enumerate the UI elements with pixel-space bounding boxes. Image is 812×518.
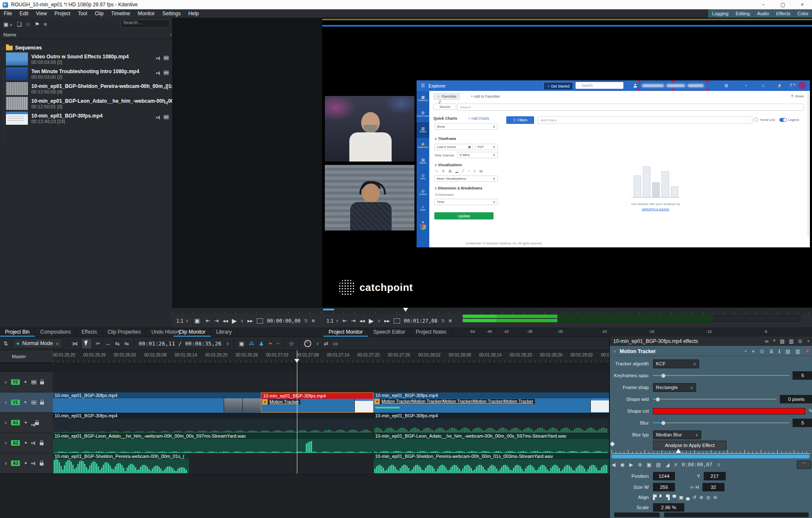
keyframes-icon[interactable]: ◔ [744, 349, 747, 354]
legend-toggle[interactable] [779, 118, 787, 122]
timeline-audio-clip[interactable]: 10-min_ep01_BGP-Leon_Adato__he_him_-webc… [53, 433, 373, 453]
dimension-breakdowns-heading[interactable]: ∨ Dimension & Breakdowns [434, 186, 482, 190]
next-keyframe-icon[interactable]: ▶ [629, 462, 633, 467]
workspace-logging[interactable]: Logging [708, 9, 732, 18]
position-y-input[interactable]: 217 [704, 472, 726, 480]
align-top-icon[interactable]: ▀ [672, 495, 676, 500]
menu-help[interactable]: Help [184, 11, 203, 16]
bin-clip-row[interactable]: 10-min_ep01_BGP-Leon_Adato__he_him_-webc… [0, 96, 172, 111]
fit-zoom-icon[interactable]: ↺ [692, 495, 696, 500]
maximize-button[interactable]: ▢ [773, 0, 793, 9]
project-monitor-timecode[interactable]: 00:01:27,08 [404, 318, 437, 324]
track-lane-v1[interactable]: 10-min_ep01_BGP-30fps.mp4 10-min_ep01_BG… [53, 392, 609, 413]
info-icon[interactable]: ℹ [779, 349, 781, 354]
tab-effects[interactable]: Effects [77, 328, 102, 337]
rewind-icon[interactable]: ◂◂ [359, 318, 365, 323]
align-hcenter-icon[interactable]: ▘ [659, 495, 663, 500]
get-started-button[interactable]: ☆Get Started [543, 82, 573, 90]
sigma-icon[interactable]: Σ [474, 169, 476, 173]
play-icon[interactable]: ▶ [232, 318, 237, 324]
track-effects-icon[interactable]: ✦ [24, 460, 27, 466]
chart-select[interactable]: None∨ [434, 123, 498, 130]
color-picker-icon[interactable]: ✎ [809, 408, 812, 414]
frame-shape-select[interactable]: Rectangle∨ [653, 383, 696, 392]
timeline-audio-clip[interactable]: 10-min_ep01_BGP-Sheldon_Pereira-webcam-0… [373, 453, 609, 474]
rewind-icon[interactable]: ◂◂ [222, 318, 228, 323]
save-preset-icon[interactable]: ▤ [785, 349, 790, 354]
smooth-chart-icon[interactable]: ≋ [442, 169, 445, 173]
clip-monitor-menu-icon[interactable]: ≡ [312, 318, 315, 323]
workspace-color[interactable]: Color [794, 9, 812, 18]
project-monitor-menu-icon[interactable]: ≡ [449, 318, 452, 323]
explorer-nav-contacts[interactable]: ◎Contacts [417, 185, 429, 200]
set-out-point-icon[interactable]: ⇥ [214, 318, 219, 323]
scale-input[interactable]: 2.96 % [653, 503, 684, 512]
video-track-icon[interactable] [31, 380, 36, 384]
timeline-audio-clip[interactable]: 10-min_ep01_BGP-Leon_Adato__he_him_-webc… [373, 433, 609, 453]
shape-color-swatch[interactable] [653, 408, 805, 414]
menu-file[interactable]: File [0, 11, 16, 16]
menu-view[interactable]: View [32, 11, 51, 16]
tags-icon[interactable]: ⚑ [35, 22, 40, 27]
bin-clip-row[interactable]: 10-min_ep01_BGP-30fps.mp400:12:49;23 [23… [0, 111, 172, 126]
add-filters-input[interactable]: Add Filters [538, 116, 752, 124]
remove-space-icon[interactable]: ●● [269, 342, 272, 345]
pie-chart-icon[interactable]: ◔ [468, 169, 470, 173]
tab-project-monitor[interactable]: Project Monitor [324, 328, 368, 337]
star-icon[interactable]: ☆ [761, 84, 765, 88]
position-x-input[interactable]: 1244 [653, 472, 675, 480]
track-lane-a2[interactable]: 10-min_ep01_BGP-Leon_Adato__he_him_-webc… [53, 433, 609, 454]
timer-icon[interactable]: ◔ [807, 339, 809, 344]
chevron-down-icon[interactable]: ∨ [773, 339, 776, 344]
delete-icon[interactable]: ⊘ [26, 22, 30, 27]
razor-tool-icon[interactable]: ✂ [96, 341, 100, 346]
zone-mode-icon[interactable] [394, 318, 400, 323]
share-button[interactable]: ⇱ Share [791, 94, 804, 98]
explorer-search-input[interactable]: ○Search [576, 82, 623, 89]
play-options-chevron-icon[interactable]: ∨ [241, 318, 244, 323]
set-out-point-icon[interactable]: ⇥ [351, 318, 356, 323]
play-options-chevron-icon[interactable]: ∨ [377, 318, 380, 323]
blur-type-select[interactable]: Median Blur∨ [653, 430, 701, 439]
shape-width-slider[interactable] [653, 399, 776, 400]
tab-library[interactable]: Library [211, 328, 237, 337]
video-track-icon[interactable] [31, 400, 36, 405]
track-effects-icon[interactable]: ✦ [24, 400, 27, 405]
hamburger-icon[interactable]: ☰ [421, 83, 425, 88]
collapse-icon[interactable]: ∨ [4, 441, 7, 445]
slip-tool-icon[interactable]: ⇆ [115, 341, 120, 346]
blur-value[interactable]: 5 [793, 419, 812, 427]
lightning-icon[interactable]: ⚡ [777, 84, 782, 88]
master-track-button[interactable]: Master [0, 350, 53, 363]
track-lane-v2[interactable] [53, 372, 609, 393]
show-markers-icon[interactable]: ▭ [333, 341, 338, 346]
motion-tracker-header[interactable]: ∨ Motion Tracker ◔⌖⊙≣ℹ▤▥✕ [610, 347, 812, 356]
keyframe-zone-bar[interactable] [612, 455, 809, 458]
timeline-audio-clip[interactable]: 10-min_ep01_BGP-Sheldon_Pereira-webcam-0… [53, 453, 189, 474]
insert-zone-icon[interactable]: ⁂ [249, 341, 254, 346]
tab-clip-properties[interactable]: Clip Properties [102, 328, 146, 337]
overwrite-zone-icon[interactable]: ♟ [259, 341, 264, 346]
clip-monitor-ruler[interactable] [172, 307, 322, 314]
copy-keyframes-icon[interactable]: ▣ [647, 462, 651, 467]
mix-clips-icon[interactable]: ⋈ [72, 341, 78, 346]
tab-project-bin[interactable]: Project Bin [0, 328, 35, 337]
menu-project[interactable]: Project [51, 11, 74, 16]
lock-icon[interactable] [40, 381, 44, 384]
tab-compositions[interactable]: Compositions [35, 328, 77, 337]
search-input[interactable]: Search... [121, 19, 170, 28]
timeline-clip[interactable]: 10-min_ep01_BGP-30fps.mp4 [53, 392, 261, 413]
move-icon[interactable]: ▥ [796, 349, 800, 354]
fast-forward-icon[interactable]: ▸▸ [247, 318, 253, 323]
menu-tool[interactable]: Tool [74, 11, 91, 16]
mixed-audio-video-icon[interactable]: ▣ [239, 341, 244, 346]
bin-name-column-header[interactable]: Name ∨ [0, 30, 176, 39]
speaker-icon[interactable] [31, 441, 36, 445]
bin-clip-row[interactable]: Video Outro w Sound Effects 1080p.mp400:… [0, 52, 172, 66]
keyframe-timecode[interactable]: 0:00:00,07 [682, 462, 712, 468]
clip-monitor-timecode[interactable]: 00:00:00,00 [267, 318, 300, 324]
track-effects-icon[interactable]: ✦ [24, 379, 27, 385]
align-vcenter-icon[interactable]: ▣ [679, 495, 683, 500]
timeline-audio-clip[interactable]: 10-min_ep01_BGP-30fps.mp4 [373, 413, 609, 433]
zone-mode-icon[interactable] [257, 318, 263, 323]
